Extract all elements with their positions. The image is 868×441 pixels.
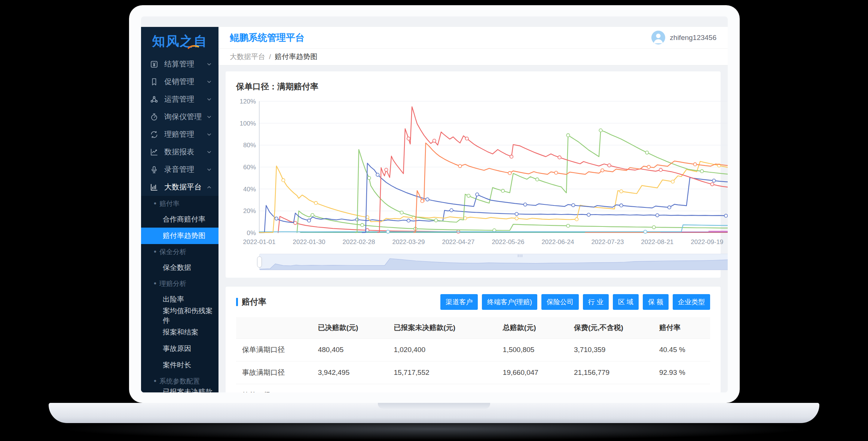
stage: 知风之自 结算管理促销管理运营管理询保仪管理理赔管理数据报表录音管理大数据平台 …: [0, 0, 868, 441]
sidebar-item-5[interactable]: 理赔管理: [141, 126, 218, 143]
table-cell: 3,942,495: [312, 361, 388, 384]
x-axis-label: 2022-07-23: [591, 238, 624, 246]
column-header-6: 赔付率: [653, 317, 710, 339]
series-blue-1-marker: [308, 219, 311, 222]
sidebar-item-2[interactable]: 促销管理: [141, 73, 218, 90]
series-orange-big-line: [414, 143, 728, 232]
series-orange-big-marker: [458, 164, 462, 168]
chevron-down-icon: [207, 95, 212, 104]
y-axis-label: 100%: [240, 120, 256, 127]
datazoom-slider[interactable]: [259, 254, 728, 270]
payout-card-title: 赔付率: [242, 296, 266, 308]
laptop-shadow: [60, 418, 808, 440]
table-cell: 事故满期口径: [236, 361, 312, 384]
chevron-down-icon: [207, 60, 212, 68]
datazoom-grip[interactable]: [518, 255, 522, 257]
user-icon: [651, 31, 665, 44]
submenu-group-label: 系统参数配置: [159, 377, 200, 386]
bullet-icon: •: [154, 199, 156, 208]
table-cell: 40.45 %: [653, 339, 710, 361]
series-green-big-marker: [599, 129, 602, 132]
logo[interactable]: 知风之自: [141, 27, 218, 55]
sidebar-item-6[interactable]: 数据报表: [141, 143, 218, 161]
series-orange-big-marker: [421, 200, 424, 203]
inquiry-icon: [149, 112, 159, 122]
table-cell: 92.93 %: [653, 361, 710, 384]
x-axis-label: 2022-09-19: [691, 238, 723, 246]
series-orange-big-marker: [647, 165, 651, 169]
x-axis-label: 2022-06-24: [541, 238, 574, 246]
breadcrumb-parent[interactable]: 大数据平台: [230, 52, 265, 62]
table-cell: 19,660,047: [497, 361, 568, 384]
chevron-down-icon: [207, 148, 212, 156]
column-header-4: 总赔款(元): [497, 317, 568, 339]
table-cell: 480,405: [312, 339, 388, 361]
breadcrumb-current: 赔付率趋势图: [275, 52, 317, 62]
chevron-down-icon: [207, 112, 212, 121]
series-blue-1-marker: [515, 212, 519, 216]
payout-table-body: 保单满期口径480,4051,020,4001,500,8053,710,359…: [236, 339, 710, 393]
series-yellow-marker: [620, 190, 623, 193]
sidebar: 知风之自 结算管理促销管理运营管理询保仪管理理赔管理数据报表录音管理大数据平台 …: [141, 27, 218, 392]
chevron-down-icon: [207, 130, 212, 139]
submenu-group-label: 理赔分析: [159, 279, 186, 288]
submenu-item-3-3[interactable]: 报案和结案: [141, 324, 218, 340]
submenu-group-1: •赔付率: [141, 196, 218, 211]
sidebar-item-label: 大数据平台: [164, 182, 207, 192]
sidebar-item-1[interactable]: 结算管理: [141, 55, 218, 73]
series-orange-big-marker: [554, 171, 558, 175]
submenu-item-2-1[interactable]: 保全数据: [141, 259, 218, 276]
table-cell: 4,700,447: [568, 384, 653, 393]
filter-button-2[interactable]: 终端客户(理赔): [482, 294, 537, 310]
content-area: 保单口径：满期赔付率 0%20%40%60%80%100%120%2022-01…: [218, 65, 728, 392]
sidebar-item-7[interactable]: 录音管理: [141, 161, 218, 178]
filter-button-5[interactable]: 区 域: [613, 294, 639, 310]
sidebar-item-4[interactable]: 询保仪管理: [141, 108, 218, 126]
title-accent-bar: [236, 298, 238, 306]
table-cell: 15,717,552: [388, 361, 496, 384]
x-axis-label: 2022-03-29: [392, 238, 425, 246]
top-header: 鲲鹏系统管理平台 zhifeng123456: [218, 27, 728, 48]
trend-chart[interactable]: 0%20%40%60%80%100%120%2022-01-012022-01-…: [236, 95, 728, 252]
claims-icon: [149, 130, 159, 139]
sidebar-item-8[interactable]: 大数据平台: [141, 178, 218, 196]
series-green-big-marker: [700, 170, 704, 173]
series-blue-2-marker: [712, 179, 716, 182]
filter-button-3[interactable]: 保险公司: [541, 294, 579, 310]
filter-button-7[interactable]: 企业类型: [673, 294, 710, 310]
series-green-big-marker: [645, 151, 649, 154]
filter-button-1[interactable]: 渠道客户: [440, 294, 478, 310]
datazoom-area: [260, 259, 728, 270]
table-cell: 3,710,359: [568, 339, 653, 361]
user-menu[interactable]: zhifeng123456: [651, 31, 716, 44]
column-header-2: 已决赔款(元): [312, 317, 388, 339]
submenu-item-1-2[interactable]: 赔付率趋势图: [141, 228, 218, 244]
datazoom-left-handle[interactable]: [257, 256, 262, 268]
table-cell: 1,500,805: [497, 339, 568, 361]
submenu-item-1-1[interactable]: 合作商赔付率: [141, 211, 218, 228]
y-axis-label: 40%: [243, 186, 256, 193]
submenu-item-3-2[interactable]: 案均值和伤残案件: [141, 308, 218, 324]
chart-title: 保单口径：满期赔付率: [236, 81, 712, 92]
x-axis-label: 2022-05-26: [492, 238, 524, 246]
x-axis-label: 2022-02-28: [342, 238, 375, 246]
series-yellow-marker: [671, 180, 675, 184]
series-pink-low-line: [709, 231, 728, 232]
logo-swoosh-icon: [188, 44, 199, 49]
series-blue-1-marker: [724, 214, 728, 218]
operation-icon: [149, 95, 159, 104]
series-green-big-marker: [400, 211, 403, 214]
submenu-item-3-5[interactable]: 案件时长: [141, 357, 218, 373]
sidebar-item-label: 运营管理: [164, 94, 207, 104]
series-green-big-marker: [566, 134, 570, 137]
filter-button-4[interactable]: 行 业: [583, 294, 609, 310]
series-green-small-marker: [311, 213, 314, 217]
sidebar-item-3[interactable]: 运营管理: [141, 90, 218, 108]
filter-button-6[interactable]: 保 额: [643, 294, 669, 310]
submenu-item-3-4[interactable]: 事故原因: [141, 340, 218, 357]
series-red-big-marker: [558, 156, 561, 159]
series-red-big-marker: [407, 137, 410, 140]
submenu-item-4-1[interactable]: 已报案未决赔款调整: [141, 389, 218, 392]
screen-content-area: 知风之自 结算管理促销管理运营管理询保仪管理理赔管理数据报表录音管理大数据平台 …: [141, 16, 728, 392]
submenu-item-3-1[interactable]: 出险率: [141, 291, 218, 308]
